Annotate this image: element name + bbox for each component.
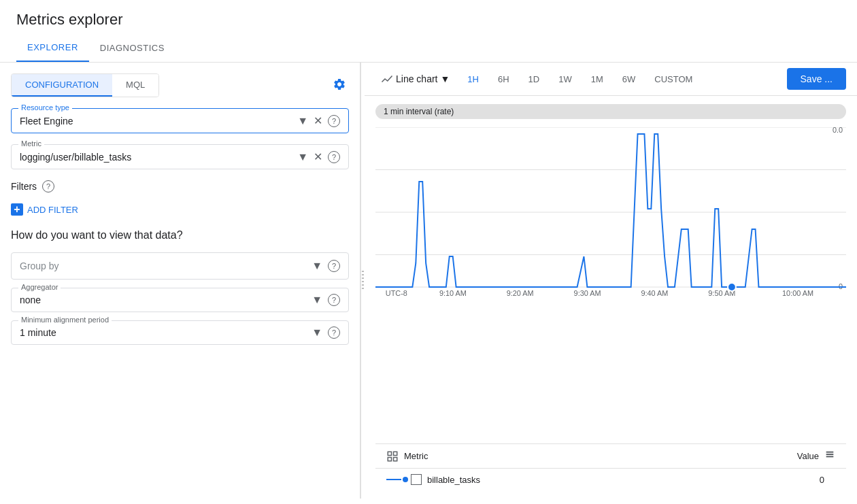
svg-rect-17: [388, 457, 391, 460]
right-panel: Line chart ▼ 1H 6H 1D 1W 1M 6W CUSTOM Sa…: [365, 63, 857, 499]
help-resource-icon[interactable]: ?: [328, 115, 340, 127]
svg-text:0.0: 0.0: [833, 127, 843, 134]
aggregator-row: none ▼ ?: [20, 294, 340, 306]
svg-rect-19: [826, 452, 834, 453]
min-alignment-row: 1 minute ▼ ?: [20, 326, 340, 339]
min-alignment-field: Minimum alignment period 1 minute ▼ ?: [11, 320, 349, 345]
svg-text:9:40 AM: 9:40 AM: [641, 289, 668, 297]
tabs-row: CONFIGURATION MQL: [11, 73, 349, 97]
time-1d-button[interactable]: 1D: [522, 70, 547, 88]
metric-row: logging/user/billable_tasks ▼ ✕ ?: [20, 150, 340, 163]
time-custom-button[interactable]: CUSTOM: [648, 70, 699, 88]
legend-row: billable_tasks 0: [375, 469, 846, 490]
metric-field: Metric logging/user/billable_tasks ▼ ✕ ?: [11, 144, 349, 169]
tab-mql[interactable]: MQL: [112, 74, 158, 97]
chart-type-label: Line chart: [396, 73, 437, 84]
svg-rect-20: [826, 454, 834, 455]
left-panel: CONFIGURATION MQL Resource type Fleet En…: [0, 63, 360, 499]
aggregator-arrow-icon[interactable]: ▼: [312, 294, 322, 306]
page-title: Metrics explorer: [0, 0, 857, 34]
svg-text:9:30 AM: 9:30 AM: [574, 289, 601, 297]
chart-type-arrow-icon: ▼: [440, 73, 450, 84]
metric-label: Metric: [18, 139, 44, 148]
main-container: CONFIGURATION MQL Resource type Fleet En…: [0, 63, 857, 499]
legend-metric-value: 0: [820, 475, 824, 485]
resource-type-row: Fleet Engine ▼ ✕ ?: [20, 114, 340, 127]
chart-toolbar: Line chart ▼ 1H 6H 1D 1W 1M 6W CUSTOM Sa…: [365, 63, 857, 96]
dropdown-metric-icon[interactable]: ▼: [297, 151, 308, 163]
tab-configuration[interactable]: CONFIGURATION: [12, 74, 112, 97]
interval-badge: 1 min interval (rate): [375, 104, 846, 119]
aggregator-label: Aggregator: [18, 283, 61, 291]
clear-resource-icon[interactable]: ✕: [314, 114, 322, 127]
nav-item-explorer[interactable]: EXPLORER: [16, 34, 89, 62]
time-1m-button[interactable]: 1M: [584, 70, 610, 88]
group-by-arrow-icon[interactable]: ▼: [312, 260, 322, 272]
top-nav: EXPLORER DIAGNOSTICS: [0, 34, 857, 63]
group-by-field[interactable]: Group by ▼ ?: [11, 252, 349, 280]
help-group-by-icon[interactable]: ?: [328, 260, 340, 272]
aggregator-field: Aggregator none ▼ ?: [11, 288, 349, 312]
svg-rect-21: [826, 456, 834, 457]
clear-metric-icon[interactable]: ✕: [314, 150, 322, 163]
chart-container: 0.0 0 UTC-8 9:10 AM 9:20 AM 9:30 AM 9:40…: [375, 127, 846, 438]
svg-rect-18: [394, 457, 397, 460]
aggregator-value: none: [20, 295, 306, 305]
metric-value: logging/user/billable_tasks: [20, 152, 292, 163]
legend-table: Metric Value billable_tasks 0: [375, 443, 846, 490]
resource-type-field: Resource type Fleet Engine ▼ ✕ ?: [11, 108, 349, 133]
legend-metric-col: Metric: [386, 450, 797, 463]
legend-pin-icon[interactable]: [824, 450, 835, 463]
svg-text:UTC-8: UTC-8: [386, 289, 407, 297]
legend-line-indicator: [386, 477, 408, 482]
legend-checkbox[interactable]: [411, 474, 422, 485]
panel-divider: [360, 63, 365, 499]
legend-metric-name: billable_tasks: [427, 475, 820, 485]
svg-point-14: [728, 283, 736, 291]
min-alignment-arrow-icon[interactable]: ▼: [312, 326, 322, 339]
svg-rect-16: [394, 452, 397, 455]
help-filters-icon[interactable]: ?: [42, 180, 54, 192]
filters-section: Filters ?: [11, 180, 349, 192]
resource-type-label: Resource type: [18, 103, 72, 112]
group-by-placeholder: Group by: [20, 261, 306, 271]
filters-label: Filters: [11, 181, 37, 192]
nav-item-diagnostics[interactable]: DIAGNOSTICS: [89, 35, 175, 61]
time-1h-button[interactable]: 1H: [460, 70, 486, 88]
legend-header: Metric Value: [375, 444, 846, 469]
save-button[interactable]: Save ...: [787, 68, 846, 90]
svg-rect-15: [388, 452, 391, 455]
chart-type-button[interactable]: Line chart ▼: [375, 70, 455, 88]
svg-text:9:10 AM: 9:10 AM: [439, 289, 467, 297]
chart-svg: 0.0 0 UTC-8 9:10 AM 9:20 AM 9:30 AM 9:40…: [375, 127, 846, 297]
add-filter-button[interactable]: + ADD FILTER: [11, 201, 78, 218]
metric-col-label: Metric: [404, 451, 428, 461]
add-filter-label: ADD FILTER: [27, 205, 78, 215]
gear-button[interactable]: [330, 75, 349, 96]
min-alignment-label: Minimum alignment period: [18, 316, 112, 324]
dropdown-arrow-icon[interactable]: ▼: [297, 115, 308, 127]
help-min-alignment-icon[interactable]: ?: [328, 326, 340, 339]
chart-area: 1 min interval (rate) 0.0 0 UTC-8 9:10 A…: [365, 96, 857, 499]
time-6w-button[interactable]: 6W: [616, 70, 643, 88]
view-section-title: How do you want to view that data?: [11, 229, 349, 241]
add-filter-icon: +: [11, 203, 23, 216]
help-metric-icon[interactable]: ?: [328, 151, 340, 163]
resource-type-value: Fleet Engine: [20, 116, 292, 127]
time-6h-button[interactable]: 6H: [491, 70, 516, 88]
tabs: CONFIGURATION MQL: [11, 73, 159, 97]
svg-text:10:00 AM: 10:00 AM: [782, 289, 813, 297]
min-alignment-value: 1 minute: [20, 327, 306, 338]
time-1w-button[interactable]: 1W: [552, 70, 579, 88]
svg-text:0: 0: [839, 282, 843, 290]
help-aggregator-icon[interactable]: ?: [328, 294, 340, 306]
value-col-label: Value: [797, 451, 819, 461]
svg-text:9:20 AM: 9:20 AM: [507, 289, 534, 297]
